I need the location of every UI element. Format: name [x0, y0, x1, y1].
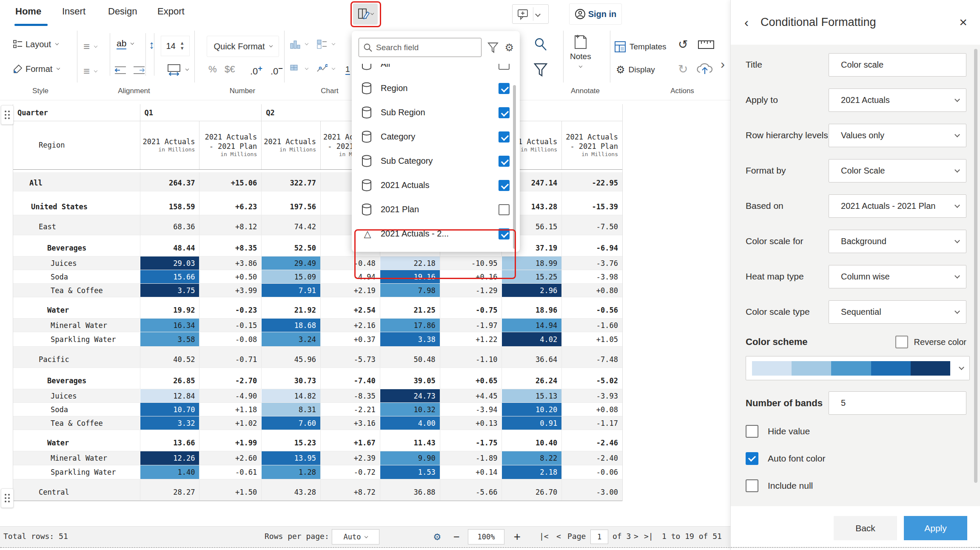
table-cell[interactable]: 7.98: [380, 284, 440, 297]
sign-in-button[interactable]: Sign in: [569, 3, 622, 25]
page-number-input[interactable]: 1: [590, 530, 608, 544]
table-cell[interactable]: 48.44: [140, 235, 199, 256]
table-cell[interactable]: 16.34: [140, 319, 199, 332]
tab-home[interactable]: Home: [15, 6, 41, 17]
percent-format-button[interactable]: %: [208, 64, 217, 75]
table-cell[interactable]: 0.91: [501, 416, 561, 430]
search-icon[interactable]: [533, 37, 548, 52]
table-cell[interactable]: 15.66: [140, 270, 199, 283]
table-cell[interactable]: 10.32: [380, 403, 440, 416]
quarter-group-header[interactable]: Q1: [140, 104, 262, 121]
filter-icon[interactable]: [534, 63, 547, 77]
increase-decimal-button[interactable]: .0+: [250, 64, 262, 77]
table-cell[interactable]: -22.95: [561, 172, 622, 191]
table-cell[interactable]: -8.35: [320, 389, 380, 402]
column-chart-button[interactable]: [316, 39, 335, 49]
table-cell[interactable]: 29.03: [140, 256, 199, 270]
field-item-sub-category[interactable]: Sub Category: [352, 149, 520, 173]
table-cell[interactable]: -0.08: [199, 332, 261, 346]
table-cell[interactable]: 36.88: [380, 479, 440, 500]
table-cell[interactable]: -5.66: [440, 479, 502, 500]
table-cell[interactable]: 1.28: [261, 465, 320, 479]
table-cell[interactable]: 14.82: [261, 389, 320, 402]
table-cell[interactable]: 264.37: [140, 172, 199, 191]
table-drag-handle-top[interactable]: [1, 105, 14, 125]
measure-header[interactable]: 2021 Actuals - 2021 Planin Millions: [561, 121, 622, 169]
table-cell[interactable]: -3.94: [440, 403, 502, 416]
table-cell[interactable]: 40.52: [140, 347, 199, 368]
table-cell[interactable]: +1.22: [440, 332, 502, 346]
table-cell[interactable]: +8.72: [320, 479, 380, 500]
table-cell[interactable]: -0.15: [199, 319, 261, 332]
field-item-all[interactable]: All: [352, 64, 520, 76]
panel-scrollbar[interactable]: [974, 49, 977, 483]
table-cell[interactable]: -0.61: [199, 465, 261, 479]
row-label[interactable]: All: [13, 172, 140, 191]
layout-button[interactable]: Layout: [13, 39, 58, 49]
row-label[interactable]: Tea & Coffee: [13, 284, 140, 297]
apply-to-select[interactable]: 2021 Actuals: [829, 88, 966, 112]
table-cell[interactable]: -1.75: [440, 430, 502, 451]
table-cell[interactable]: +1.50: [199, 479, 261, 500]
indent-increase-icon[interactable]: [133, 66, 145, 75]
table-cell[interactable]: 8.22: [501, 451, 561, 465]
table-cell[interactable]: 74.42: [261, 215, 320, 235]
row-hierarchy-levels-select[interactable]: Values only: [829, 124, 966, 147]
table-chart-button[interactable]: [290, 64, 308, 74]
notes-button[interactable]: Notes: [570, 33, 591, 69]
text-orientation-button[interactable]: ab: [117, 38, 134, 49]
table-cell[interactable]: 1.40: [140, 465, 199, 479]
table-cell[interactable]: 19.16: [380, 270, 440, 283]
field-checkbox[interactable]: [499, 83, 510, 94]
font-size-stepper[interactable]: 14 ▲▼: [161, 36, 190, 56]
table-cell[interactable]: 2.96: [501, 284, 561, 297]
table-cell[interactable]: +15.06: [199, 172, 261, 191]
dropdown-scrollbar[interactable]: [513, 85, 516, 249]
table-cell[interactable]: 158.59: [140, 191, 199, 215]
row-label[interactable]: Soda: [13, 403, 140, 416]
table-cell[interactable]: -0.23: [199, 297, 261, 318]
table-cell[interactable]: +1.02: [199, 416, 261, 430]
table-cell[interactable]: -4.90: [199, 389, 261, 402]
align-bottom-button[interactable]: ≡: [83, 65, 97, 78]
align-top-button[interactable]: ≡: [83, 40, 97, 53]
table-cell[interactable]: -0.72: [320, 465, 380, 479]
table-cell[interactable]: +0.80: [561, 284, 622, 297]
table-cell[interactable]: +3.16: [320, 416, 380, 430]
table-cell[interactable]: +8.35: [199, 235, 261, 256]
table-cell[interactable]: 4.00: [380, 416, 440, 430]
ruler-icon[interactable]: [698, 39, 715, 50]
table-cell[interactable]: 3.38: [380, 332, 440, 346]
field-item-sub-region[interactable]: Sub Region: [352, 100, 520, 125]
row-label[interactable]: Beverages: [13, 368, 140, 389]
table-cell[interactable]: -2.46: [561, 430, 622, 451]
cloud-upload-icon[interactable]: [696, 62, 714, 76]
table-cell[interactable]: +3.99: [199, 284, 261, 297]
indent-decrease-icon[interactable]: [114, 66, 127, 75]
tab-export[interactable]: Export: [157, 6, 185, 17]
tab-design[interactable]: Design: [108, 6, 137, 17]
pager-first-button[interactable]: |<: [539, 532, 549, 541]
zoom-out-button[interactable]: −: [453, 531, 459, 543]
table-cell[interactable]: 3.32: [140, 416, 199, 430]
based-on-select[interactable]: 2021 Actuals - 2021 Plan: [829, 194, 966, 218]
table-cell[interactable]: +1.67: [320, 430, 380, 451]
table-cell[interactable]: +4.45: [440, 389, 502, 402]
table-cell[interactable]: +2.54: [320, 297, 380, 318]
table-cell[interactable]: -2.70: [199, 368, 261, 389]
gear-icon[interactable]: ⚙: [434, 530, 441, 543]
table-cell[interactable]: -0.56: [561, 297, 622, 318]
measure-header[interactable]: 2021 Actuals - 2021 Planin Millions: [199, 121, 261, 169]
pager-prev-button[interactable]: <: [556, 532, 561, 541]
table-cell[interactable]: 9.90: [380, 451, 440, 465]
number-of-bands-input[interactable]: 5: [829, 391, 966, 415]
table-cell[interactable]: -7.48: [561, 347, 622, 368]
field-item-category[interactable]: Category: [352, 125, 520, 149]
row-label[interactable]: East: [13, 215, 140, 235]
table-cell[interactable]: +1.05: [561, 332, 622, 346]
table-cell[interactable]: 14.94: [501, 319, 561, 332]
table-cell[interactable]: 28.27: [140, 479, 199, 500]
table-cell[interactable]: +1.18: [199, 403, 261, 416]
table-cell[interactable]: -0.71: [199, 347, 261, 368]
table-cell[interactable]: 52.50: [261, 235, 320, 256]
